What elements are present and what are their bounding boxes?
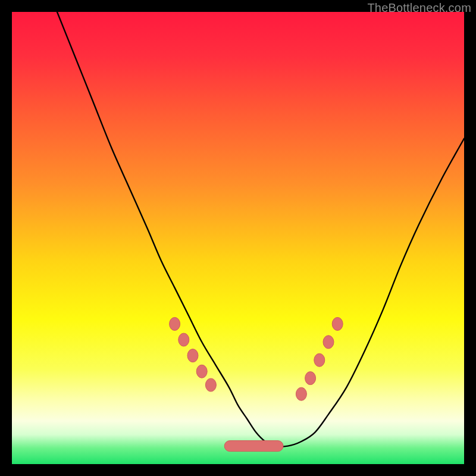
curve-marker-left bbox=[170, 317, 180, 330]
curve-marker-left bbox=[196, 365, 207, 378]
chart-frame: TheBottleneck.com bbox=[0, 0, 476, 476]
curve-marker-right bbox=[296, 387, 306, 400]
curve-marker-right bbox=[323, 336, 334, 349]
curve-marker-right bbox=[305, 372, 316, 385]
optimal-zone-marker bbox=[224, 441, 283, 452]
curve-marker-right bbox=[332, 317, 343, 330]
curve-marker-left bbox=[187, 349, 198, 362]
bottleneck-curve-plot bbox=[12, 12, 464, 464]
curve-marker-right bbox=[314, 353, 325, 367]
gradient-background bbox=[12, 12, 464, 464]
curve-marker-left bbox=[178, 333, 189, 346]
curve-marker-left bbox=[205, 378, 216, 392]
